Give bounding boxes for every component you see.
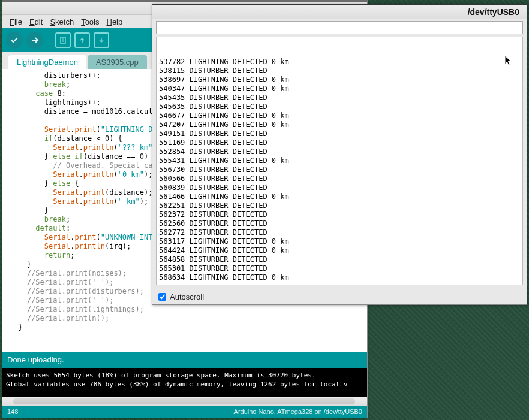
tab-as3935cpp[interactable]: AS3935.cpp <box>88 55 147 69</box>
bottom-bar: 148 Arduino Nano, ATmega328 on /dev/ttyU… <box>2 406 367 418</box>
serial-output[interactable]: 537782 LIGHTNING DETECTED 0 km538115 DIS… <box>156 37 523 285</box>
menu-edit[interactable]: Edit <box>27 16 45 28</box>
line-number: 148 <box>7 406 18 418</box>
autoscroll-checkbox[interactable] <box>158 293 166 301</box>
serial-input-row <box>152 19 527 37</box>
upload-button[interactable] <box>26 32 43 49</box>
menu-tools[interactable]: Tools <box>79 16 101 28</box>
autoscroll-label[interactable]: Autoscroll <box>170 292 204 301</box>
tab-lightningdaemon[interactable]: LightningDaemon <box>8 55 86 69</box>
serial-title: /dev/ttyUSB0 <box>152 5 527 19</box>
menu-sketch[interactable]: Sketch <box>47 16 76 28</box>
serial-monitor-window: /dev/ttyUSB0 537782 LIGHTNING DETECTED 0… <box>152 4 527 305</box>
horizontal-scrollbar[interactable] <box>2 397 367 406</box>
board-info: Arduino Nano, ATmega328 on /dev/ttyUSB0 <box>234 406 362 418</box>
menu-file[interactable]: File <box>7 16 25 28</box>
console-output: Sketch uses 5654 bytes (18%) of program … <box>2 368 367 397</box>
menu-help[interactable]: Help <box>104 16 125 28</box>
open-button[interactable] <box>74 32 90 48</box>
new-button[interactable] <box>55 32 71 48</box>
serial-input[interactable] <box>156 21 523 34</box>
save-button[interactable] <box>94 32 109 48</box>
verify-button[interactable] <box>6 32 23 49</box>
serial-bottom-bar: Autoscroll <box>152 289 527 304</box>
status-bar: Done uploading. <box>2 352 367 368</box>
